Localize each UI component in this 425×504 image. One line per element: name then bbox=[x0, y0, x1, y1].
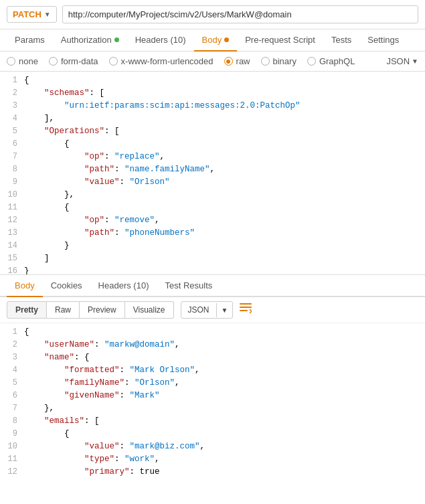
radio-urlencoded-circle bbox=[109, 57, 118, 66]
code-line: 6 { bbox=[0, 138, 425, 151]
radio-graphql[interactable]: GraphQL bbox=[307, 56, 355, 66]
radio-raw[interactable]: raw bbox=[224, 56, 250, 66]
authorization-dot bbox=[114, 37, 119, 42]
radio-binary-circle bbox=[261, 57, 270, 66]
response-tab-nav: Body Cookies Headers (10) Test Results bbox=[0, 275, 425, 297]
line-number: 11 bbox=[0, 453, 24, 466]
code-line: 3 "urn:ietf:params:scim:api:messages:2.0… bbox=[0, 100, 425, 112]
response-toolbar: Pretty Raw Preview Visualize JSON ▼ bbox=[0, 297, 425, 323]
body-type-group: none form-data x-www-form-urlencoded raw… bbox=[0, 52, 425, 72]
tab-headers[interactable]: Headers (10) bbox=[127, 29, 194, 52]
line-number: 2 bbox=[0, 87, 24, 100]
request-body-editor[interactable]: 1{2 "schemas": [3 "urn:ietf:params:scim:… bbox=[0, 72, 425, 275]
code-line: 2 "schemas": [ bbox=[0, 87, 425, 100]
line-number: 8 bbox=[0, 415, 24, 428]
line-number: 10 bbox=[0, 189, 24, 201]
line-number: 8 bbox=[0, 163, 24, 176]
line-number: 7 bbox=[0, 402, 24, 415]
method-chevron-icon: ▼ bbox=[44, 11, 51, 18]
line-content: { bbox=[24, 326, 425, 339]
line-number: 13 bbox=[0, 227, 24, 240]
view-pretty-button[interactable]: Pretty bbox=[7, 301, 47, 319]
code-line: 5 "familyName": "Orlson", bbox=[0, 377, 425, 390]
response-format-chevron-icon[interactable]: ▼ bbox=[216, 303, 233, 317]
radio-graphql-circle bbox=[307, 57, 316, 66]
code-line: 7 }, bbox=[0, 402, 425, 415]
line-number: 1 bbox=[0, 326, 24, 339]
radio-none-circle bbox=[7, 57, 15, 66]
resp-tab-headers[interactable]: Headers (10) bbox=[90, 275, 157, 297]
tab-authorization[interactable]: Authorization bbox=[53, 29, 127, 52]
code-line: 11 "type": "work", bbox=[0, 453, 425, 466]
line-number: 1 bbox=[0, 74, 24, 87]
line-content: "path": "name.familyName", bbox=[24, 163, 425, 176]
line-number: 5 bbox=[0, 125, 24, 138]
format-selector[interactable]: JSON ▼ bbox=[386, 56, 418, 66]
code-line: 14 } bbox=[0, 240, 425, 252]
code-line: 4 ], bbox=[0, 112, 425, 125]
line-content: "path": "phoneNumbers" bbox=[24, 227, 425, 240]
line-number: 12 bbox=[0, 466, 24, 479]
wrap-lines-icon[interactable] bbox=[240, 303, 252, 317]
url-input[interactable] bbox=[62, 5, 418, 23]
code-line: 16} bbox=[0, 265, 425, 275]
line-content: { bbox=[24, 201, 425, 214]
body-dot bbox=[224, 37, 229, 42]
resp-tab-test-results[interactable]: Test Results bbox=[157, 275, 220, 297]
line-content: }, bbox=[24, 402, 425, 415]
format-chevron-icon: ▼ bbox=[412, 58, 418, 65]
line-content: "userName": "markw@domain", bbox=[24, 339, 425, 351]
method-selector[interactable]: PATCH ▼ bbox=[7, 6, 57, 23]
radio-raw-circle bbox=[224, 57, 233, 66]
line-number: 3 bbox=[0, 100, 24, 112]
radio-none[interactable]: none bbox=[7, 56, 38, 66]
tab-body[interactable]: Body bbox=[194, 29, 238, 52]
radio-form-data[interactable]: form-data bbox=[49, 56, 98, 66]
line-content: ] bbox=[24, 252, 425, 265]
code-line: 1{ bbox=[0, 326, 425, 339]
line-number: 11 bbox=[0, 201, 24, 214]
line-content: "emails": [ bbox=[24, 415, 425, 428]
view-visualize-button[interactable]: Visualize bbox=[125, 301, 174, 319]
resp-tab-body[interactable]: Body bbox=[7, 275, 43, 297]
code-line: 4 "formatted": "Mark Orlson", bbox=[0, 364, 425, 377]
tab-pre-request-script[interactable]: Pre-request Script bbox=[237, 29, 323, 52]
line-content: { bbox=[24, 428, 425, 440]
radio-urlencoded[interactable]: x-www-form-urlencoded bbox=[109, 56, 214, 66]
line-number: 2 bbox=[0, 339, 24, 351]
response-format-selector[interactable]: JSON ▼ bbox=[181, 301, 234, 319]
line-content: "schemas": [ bbox=[24, 87, 425, 100]
tab-params[interactable]: Params bbox=[7, 29, 53, 52]
code-line: 7 "op": "replace", bbox=[0, 151, 425, 163]
tab-settings[interactable]: Settings bbox=[359, 29, 407, 52]
line-content: } bbox=[24, 240, 425, 252]
radio-binary[interactable]: binary bbox=[261, 56, 296, 66]
code-line: 1{ bbox=[0, 74, 425, 87]
radio-form-data-circle bbox=[49, 57, 58, 66]
view-raw-button[interactable]: Raw bbox=[47, 301, 80, 319]
top-bar: PATCH ▼ bbox=[0, 0, 425, 29]
line-content: "formatted": "Mark Orlson", bbox=[24, 364, 425, 377]
line-content: "name": { bbox=[24, 351, 425, 364]
tab-tests[interactable]: Tests bbox=[323, 29, 359, 52]
line-number: 6 bbox=[0, 390, 24, 402]
line-number: 14 bbox=[0, 240, 24, 252]
line-content: } bbox=[24, 265, 425, 275]
code-line: 13 "path": "phoneNumbers" bbox=[0, 227, 425, 240]
line-number: 12 bbox=[0, 214, 24, 227]
code-line: 8 "path": "name.familyName", bbox=[0, 163, 425, 176]
code-line: 11 { bbox=[0, 201, 425, 214]
line-number: 6 bbox=[0, 138, 24, 151]
line-number: 4 bbox=[0, 364, 24, 377]
view-preview-button[interactable]: Preview bbox=[80, 301, 125, 319]
code-line: 5 "Operations": [ bbox=[0, 125, 425, 138]
code-line: 8 "emails": [ bbox=[0, 415, 425, 428]
resp-tab-cookies[interactable]: Cookies bbox=[43, 275, 90, 297]
line-number: 3 bbox=[0, 351, 24, 364]
code-line: 3 "name": { bbox=[0, 351, 425, 364]
line-content: }, bbox=[24, 189, 425, 201]
code-line: 9 { bbox=[0, 428, 425, 440]
line-content: "Operations": [ bbox=[24, 125, 425, 138]
line-content: ], bbox=[24, 112, 425, 125]
code-line: 12 "op": "remove", bbox=[0, 214, 425, 227]
